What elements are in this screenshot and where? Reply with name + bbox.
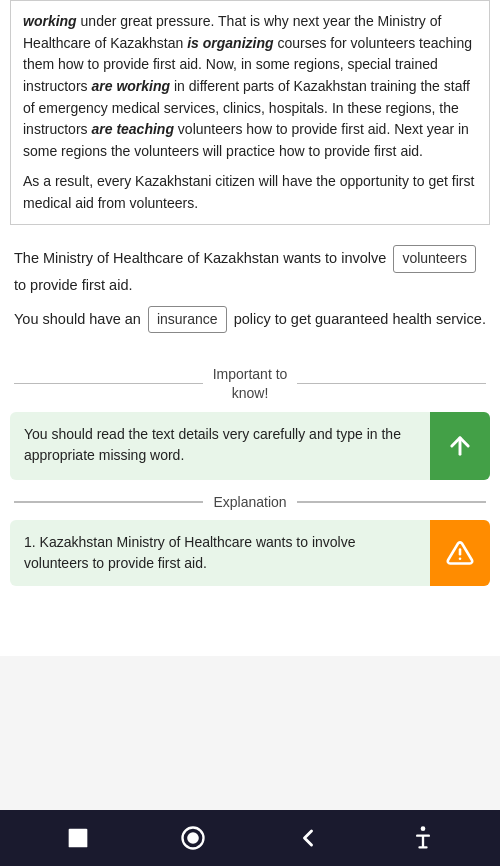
stop-square-icon bbox=[64, 824, 92, 852]
main-content: working under great pressure. That is wh… bbox=[0, 0, 500, 656]
sentence2-before: You should have an bbox=[14, 311, 141, 327]
divider-line-right bbox=[297, 383, 486, 385]
reading-text-block: working under great pressure. That is wh… bbox=[10, 0, 490, 225]
fill-word-insurance: insurance bbox=[148, 306, 227, 334]
nav-stop-button[interactable] bbox=[64, 824, 92, 852]
explanation-box-text: 1. Kazakhstan Ministry of Healthcare wan… bbox=[10, 520, 430, 586]
paragraph-1: working under great pressure. That is wh… bbox=[23, 11, 477, 163]
arrow-up-icon bbox=[446, 432, 474, 460]
explanation-box: 1. Kazakhstan Ministry of Healthcare wan… bbox=[10, 520, 490, 586]
fill-in-section: The Ministry of Healthcare of Kazakhstan… bbox=[0, 235, 500, 353]
bottom-nav bbox=[0, 810, 500, 866]
fill-sentence-1: The Ministry of Healthcare of Kazakhstan… bbox=[14, 245, 486, 297]
important-divider: Important toknow! bbox=[14, 365, 486, 401]
explanation-divider-line-left bbox=[14, 501, 203, 503]
fill-word-volunteers: volunteers bbox=[393, 245, 476, 273]
nav-accessibility-button[interactable] bbox=[409, 824, 437, 852]
info-box: You should read the text details very ca… bbox=[10, 412, 490, 480]
sentence2-after: policy to get guaranteed health service. bbox=[234, 311, 486, 327]
accessibility-icon bbox=[409, 824, 437, 852]
paragraph-2: As a result, every Kazakhstani citizen w… bbox=[23, 171, 477, 214]
home-circle-icon bbox=[179, 824, 207, 852]
info-box-text: You should read the text details very ca… bbox=[10, 412, 430, 480]
svg-rect-2 bbox=[68, 829, 87, 848]
explanation-divider-label: Explanation bbox=[213, 494, 286, 510]
nav-home-button[interactable] bbox=[179, 824, 207, 852]
svg-point-5 bbox=[420, 826, 425, 831]
fill-sentence-2: You should have an insurance policy to g… bbox=[14, 306, 486, 334]
warning-icon bbox=[446, 539, 474, 567]
explanation-warning-button[interactable] bbox=[430, 520, 490, 586]
sentence1-before: The Ministry of Healthcare of Kazakhstan… bbox=[14, 250, 386, 266]
explanation-divider-line-right bbox=[297, 501, 486, 503]
back-arrow-icon bbox=[294, 824, 322, 852]
divider-line-left bbox=[14, 383, 203, 385]
important-divider-label: Important toknow! bbox=[213, 365, 288, 401]
sentence1-after: to provide first aid. bbox=[14, 277, 132, 293]
svg-point-4 bbox=[187, 832, 199, 844]
explanation-divider: Explanation bbox=[14, 494, 486, 510]
info-box-upload-button[interactable] bbox=[430, 412, 490, 480]
nav-back-button[interactable] bbox=[294, 824, 322, 852]
